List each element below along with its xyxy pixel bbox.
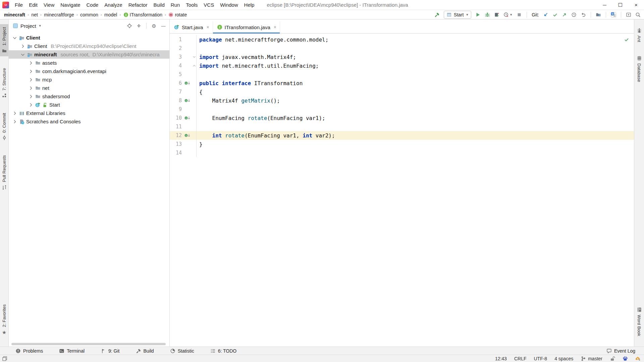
- gutter-implemented[interactable]: I: [183, 98, 192, 103]
- toolwindow-toggle-icon[interactable]: [2, 356, 7, 361]
- chevron-down-icon[interactable]: ▼: [39, 24, 42, 27]
- breadcrumb-item-itransformation[interactable]: IITransformation: [123, 12, 163, 17]
- status-encoding[interactable]: UTF-8: [534, 356, 547, 361]
- tree-chevron-icon[interactable]: [12, 119, 17, 124]
- tree-chevron-icon[interactable]: [28, 60, 34, 66]
- stop-button[interactable]: [517, 12, 522, 17]
- toolwindow-button-statistic[interactable]: Statistic: [170, 348, 194, 354]
- collapse-all-icon[interactable]: [136, 23, 142, 28]
- tree-row-client[interactable]: ClientB:\Project\IDEA\mcp940\eclipse\Cli…: [9, 42, 169, 50]
- search-everywhere-button[interactable]: [635, 12, 641, 17]
- tree-row-mcp[interactable]: mcp: [9, 75, 169, 84]
- tree-row-net[interactable]: net: [9, 84, 169, 92]
- tree-row-start[interactable]: CStart: [9, 101, 169, 109]
- stripe-item-0-commit[interactable]: 0: Commit: [0, 110, 8, 143]
- breadcrumb-item-minecraft[interactable]: minecraft: [4, 12, 25, 17]
- toolwindow-button-9-git[interactable]: 9: Git: [101, 348, 119, 354]
- tree-row-external-libraries[interactable]: External Libraries: [9, 109, 169, 117]
- status-indent[interactable]: 4 spaces: [554, 356, 573, 361]
- stripe-item-ant[interactable]: Ant: [634, 25, 644, 45]
- toolwindow-button-problems[interactable]: Problems: [15, 348, 43, 354]
- status-git-branch[interactable]: master: [581, 356, 602, 361]
- window-close-button[interactable]: ×: [628, 0, 644, 10]
- stripe-item-database[interactable]: Database: [634, 53, 644, 85]
- toolwindow-button-terminal[interactable]: Terminal: [59, 348, 85, 354]
- editor[interactable]: 1package net.minecraftforge.common.model…: [170, 34, 634, 347]
- profiler-button[interactable]: ▼: [503, 12, 513, 17]
- menu-analyze[interactable]: Analyze: [101, 0, 125, 10]
- git-commit-button[interactable]: [552, 12, 558, 17]
- window-maximize-button[interactable]: ☐: [612, 0, 628, 10]
- tab-start-java[interactable]: CStart.java×: [170, 21, 213, 33]
- tree-row-com-darkmagician6-eventapi[interactable]: com.darkmagician6.eventapi: [9, 67, 169, 75]
- hide-icon[interactable]: —: [161, 23, 166, 28]
- run-with-coverage-button[interactable]: [494, 12, 499, 17]
- settings-icon[interactable]: ⚙: [151, 23, 157, 28]
- stripe-item-pull-requests[interactable]: Pull Requests: [0, 152, 8, 193]
- run-button[interactable]: [475, 12, 481, 17]
- inspections-ok-icon[interactable]: [624, 37, 629, 42]
- gutter-implemented[interactable]: I: [183, 133, 192, 138]
- tree-chevron-icon[interactable]: [12, 35, 17, 41]
- menu-vcs[interactable]: VCS: [201, 0, 217, 10]
- status-lock-status[interactable]: [610, 356, 615, 361]
- tree-chevron-icon[interactable]: [20, 44, 25, 49]
- menu-navigate[interactable]: Navigate: [57, 0, 83, 10]
- status-sync-settings[interactable]: [635, 356, 641, 361]
- horizontal-scrollbar[interactable]: [11, 343, 166, 345]
- event-log-button[interactable]: Event Log: [606, 348, 635, 354]
- menu-edit[interactable]: Edit: [26, 0, 41, 10]
- tree-row-assets[interactable]: assets: [9, 59, 169, 67]
- gutter-fold-up[interactable]: [192, 61, 197, 70]
- breadcrumb-item-model[interactable]: model: [104, 12, 117, 17]
- locate-icon[interactable]: [127, 23, 132, 28]
- tree-chevron-icon[interactable]: [12, 111, 17, 116]
- tab-close-icon[interactable]: ×: [274, 24, 276, 30]
- breadcrumb-item-minecraftforge[interactable]: minecraftforge: [44, 12, 74, 17]
- window-minimize-button[interactable]: ─: [597, 0, 612, 10]
- run-config-selector[interactable]: Start▼: [444, 11, 472, 19]
- menu-help[interactable]: Help: [241, 0, 258, 10]
- stripe-item-2-favorites[interactable]: 2: Favorites★: [0, 301, 8, 338]
- tree-row-client[interactable]: Client: [9, 34, 169, 42]
- tree-chevron-icon[interactable]: [28, 69, 34, 74]
- gutter-implemented[interactable]: I: [183, 80, 192, 86]
- git-update-button[interactable]: [543, 12, 548, 17]
- menu-code[interactable]: Code: [83, 0, 101, 10]
- git-history-button[interactable]: [571, 12, 577, 17]
- tree-row-minecraft[interactable]: minecraftsources root, D:\Xunlei\mcp940\…: [9, 50, 169, 59]
- translate-button[interactable]: G文: [611, 12, 616, 17]
- menu-refactor[interactable]: Refactor: [125, 0, 151, 10]
- toolwindow-button-build[interactable]: Build: [136, 348, 154, 354]
- run-toolwindow-button[interactable]: [626, 12, 631, 17]
- git-rollback-button[interactable]: [581, 12, 586, 17]
- tree-chevron-icon[interactable]: [28, 77, 34, 82]
- toolwindow-button-6-todo[interactable]: 6: TODO: [210, 348, 237, 354]
- status-caret-position[interactable]: 12:43: [495, 356, 507, 361]
- stripe-item-word-book[interactable]: Word Book: [634, 304, 644, 339]
- tab-close-icon[interactable]: ×: [206, 24, 209, 30]
- tab-itransformation-java[interactable]: IITransformation.java×: [213, 21, 280, 33]
- project-view-selector[interactable]: Project: [20, 23, 36, 29]
- menu-tools[interactable]: Tools: [183, 0, 201, 10]
- tree-row-shadersmod[interactable]: shadersmod: [9, 92, 169, 101]
- tree-chevron-icon[interactable]: [28, 85, 34, 91]
- menu-build[interactable]: Build: [150, 0, 167, 10]
- status-line-separator[interactable]: CRLF: [514, 356, 527, 361]
- tree-chevron-icon[interactable]: [28, 102, 34, 108]
- menu-window[interactable]: Window: [217, 0, 241, 10]
- menu-view[interactable]: View: [41, 0, 57, 10]
- menu-file[interactable]: File: [12, 0, 26, 10]
- changes-view-button[interactable]: [596, 12, 601, 17]
- breadcrumb-item-common[interactable]: common: [80, 12, 98, 17]
- breadcrumb-item-net[interactable]: net: [31, 12, 38, 17]
- gutter-fold-down[interactable]: [192, 53, 197, 61]
- stripe-item-1-project[interactable]: 1: Project: [0, 24, 8, 56]
- tree-chevron-icon[interactable]: [28, 94, 34, 99]
- stripe-item-7-structure[interactable]: 7: Structure: [0, 65, 8, 101]
- menu-run[interactable]: Run: [168, 0, 183, 10]
- build-project-button[interactable]: [434, 12, 440, 17]
- tree-row-scratches-and-consoles[interactable]: Scratches and Consoles: [9, 117, 169, 126]
- tree-chevron-icon[interactable]: [20, 52, 25, 57]
- gutter-implemented[interactable]: I: [183, 115, 192, 121]
